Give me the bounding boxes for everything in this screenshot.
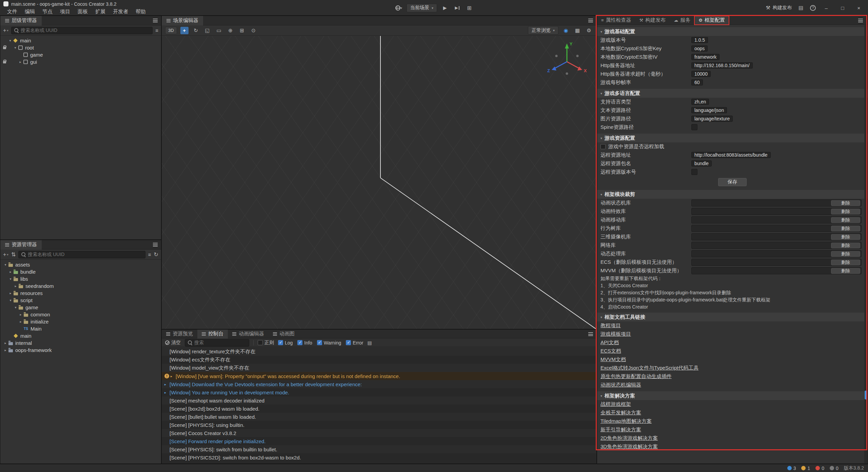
delete-module-button[interactable]: 删除 [831, 217, 860, 223]
close-button[interactable]: × [853, 5, 865, 11]
panel-menu-icon[interactable] [858, 19, 863, 22]
tree-expand-icon[interactable] [8, 291, 13, 295]
tree-expand-icon[interactable] [8, 270, 13, 274]
menu-item[interactable]: 扩展 [92, 8, 109, 15]
doc-link[interactable]: MVVM文档 [597, 355, 868, 364]
section-solutions[interactable]: 框架解决方案 [597, 391, 868, 400]
asset-row[interactable]: game [0, 304, 161, 311]
console-tab[interactable]: 动画编辑器 [228, 330, 269, 338]
hierarchy-search-input[interactable]: 搜索名称或 UUID [11, 27, 153, 34]
doc-link[interactable]: ECS文档 [597, 347, 868, 355]
inspector-tab[interactable]: 构建发布 [635, 16, 670, 25]
section-module-trim[interactable]: 框架模块裁剪 [597, 190, 868, 199]
log-row[interactable]: [Scene] Forward render pipeline initiali… [162, 437, 596, 445]
hierarchy-tab[interactable]: 层级管理器 [0, 16, 42, 25]
log-row[interactable]: [Window] Download the Vue Devtools exten… [162, 380, 596, 388]
solution-link[interactable]: 3D角色扮演游戏解决方案 [597, 442, 868, 451]
move-tool-icon[interactable]: + [180, 27, 189, 34]
field-input[interactable] [691, 124, 697, 130]
orientation-gizmo[interactable]: Y X Z [545, 39, 589, 83]
gizmo-neg-x-handle[interactable] [555, 55, 558, 57]
scene-viewport[interactable]: Y X Z [162, 36, 596, 329]
asset-row[interactable]: oops-framework [0, 347, 161, 354]
log-panel-button[interactable] [796, 4, 805, 12]
hierarchy-node-row[interactable]: main [0, 37, 161, 44]
delete-module-button[interactable]: 删除 [831, 259, 860, 265]
field-input[interactable]: language/json [691, 107, 727, 113]
console-tab[interactable]: 资源预览 [162, 330, 197, 338]
doc-link[interactable]: 游戏模板项目 [597, 330, 868, 338]
doc-link[interactable]: 动画状态机编辑器 [597, 381, 868, 389]
delete-module-button[interactable]: 删除 [831, 225, 860, 231]
inspector-tab[interactable]: 属性检查器 [597, 16, 635, 25]
inspector-tab[interactable]: 服务 [670, 16, 694, 25]
expand-chevron-icon[interactable] [164, 391, 170, 394]
delete-module-button[interactable]: 删除 [831, 268, 860, 274]
log-row[interactable]: [Scene] [PHYSICS]: using builtin. [162, 421, 596, 429]
tree-expand-icon[interactable] [3, 341, 8, 345]
console-tab[interactable]: 动画图 [269, 330, 299, 338]
filter-checkbox[interactable] [278, 340, 283, 345]
log-row[interactable]: [Scene] [bullet]:bullet wasm lib loaded. [162, 413, 596, 421]
hierarchy-node-row[interactable]: gui [0, 58, 161, 65]
step-frame-button[interactable] [453, 4, 461, 12]
asset-row[interactable]: assets [0, 261, 161, 268]
log-row[interactable]: [Window] model_view文件夹不存在 [162, 364, 596, 372]
filter-checkbox[interactable] [297, 340, 302, 345]
asset-row[interactable]: bundle [0, 268, 161, 275]
message-counter[interactable]: 0 [815, 466, 824, 471]
tree-expand-icon[interactable] [18, 313, 23, 316]
field-input[interactable]: language/texture [691, 116, 733, 122]
clear-console-button[interactable]: 清空 [165, 340, 181, 346]
log-filter-toggle[interactable]: Log [278, 340, 293, 346]
hierarchy-node-row[interactable]: root [0, 44, 161, 51]
log-row[interactable]: [Window] [Vue warn]: Property "onInput" … [162, 372, 596, 380]
panel-menu-icon[interactable] [588, 19, 593, 22]
scale-tool-icon[interactable]: ◱ [203, 27, 212, 34]
tree-expand-icon[interactable] [13, 46, 18, 50]
panel-menu-icon[interactable] [588, 332, 593, 336]
scene-settings-gear-icon[interactable]: ⚙ [585, 27, 593, 34]
delete-module-button[interactable]: 删除 [831, 234, 860, 240]
pivot-toggle-icon[interactable]: ⊕ [226, 27, 235, 34]
field-input[interactable]: http://192.168.0.150/main/ [691, 62, 753, 68]
add-node-button[interactable]: + [3, 27, 8, 34]
scene-select-dropdown[interactable]: 当前场景 ▾ [407, 4, 437, 12]
help-icon[interactable] [810, 5, 816, 11]
grid-view-icon[interactable]: ▦ [573, 27, 581, 34]
asset-row[interactable]: script [0, 297, 161, 304]
inspector-scrollbar[interactable] [864, 25, 867, 463]
asset-row[interactable]: Main [0, 325, 161, 332]
log-filter-toggle[interactable]: Info [297, 340, 312, 346]
collapse-logs-icon[interactable]: ▤ [367, 340, 372, 346]
build-publish-button[interactable]: 构建发布 [766, 5, 792, 11]
tree-expand-icon[interactable] [18, 320, 23, 323]
regex-checkbox[interactable] [258, 340, 263, 345]
log-row[interactable]: [Scene] [PHYSICS2D]: switch from box2d-w… [162, 453, 596, 461]
doc-link[interactable]: 教程项目 [597, 321, 868, 330]
maximize-button[interactable]: □ [837, 5, 848, 11]
tree-expand-icon[interactable] [3, 263, 8, 267]
section-language-config[interactable]: 游戏多语言配置 [597, 89, 868, 98]
panel-menu-icon[interactable] [153, 19, 158, 22]
gizmo-z-cone[interactable] [552, 66, 556, 71]
field-input[interactable]: http://localhost:8083/assets/bundle [691, 152, 771, 158]
tree-expand-icon[interactable] [18, 60, 23, 64]
doc-link[interactable]: API文档 [597, 338, 868, 347]
tree-expand-icon[interactable] [8, 298, 13, 302]
field-input[interactable]: oops [691, 45, 708, 52]
refresh-icon[interactable]: ↻ [154, 251, 158, 258]
expand-chevron-icon[interactable] [164, 382, 170, 386]
mode-3d-toggle[interactable]: 3D [165, 27, 177, 34]
save-button[interactable]: 保存 [718, 178, 747, 186]
filter-icon[interactable]: ≡ [148, 252, 151, 257]
tree-expand-icon[interactable] [13, 284, 18, 288]
console-search-input[interactable]: 搜索 [185, 339, 249, 347]
message-counter[interactable]: 1 [801, 466, 810, 471]
layout-grid-button[interactable] [465, 4, 474, 12]
filter-checkbox[interactable] [346, 340, 351, 345]
solution-link[interactable]: 战棋游戏框架 [597, 400, 868, 409]
sort-icon[interactable]: ⇅ [11, 251, 16, 258]
asset-row[interactable]: common [0, 311, 161, 318]
delete-module-button[interactable]: 删除 [831, 209, 860, 214]
